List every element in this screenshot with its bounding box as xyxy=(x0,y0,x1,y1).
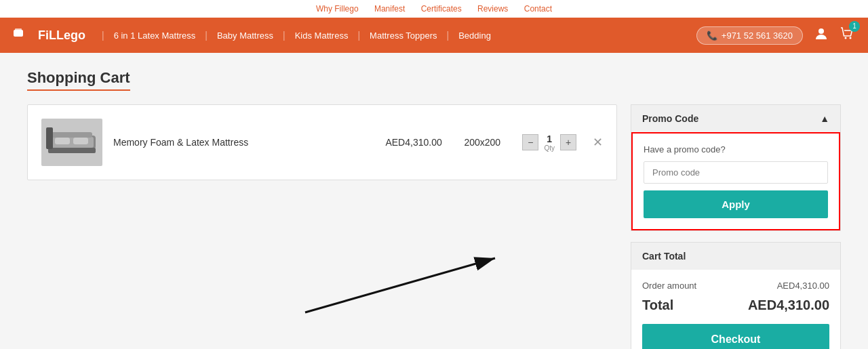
nav-link-kids-mattress[interactable]: Kids Mattress xyxy=(295,30,349,41)
phone-icon: 📞 xyxy=(707,30,717,41)
cart-layout: Memory Foam & Latex Mattress AED4,310.00… xyxy=(27,104,841,349)
product-image xyxy=(41,119,102,166)
page-content: Shopping Cart xyxy=(0,53,868,349)
product-price: AED4,310.00 xyxy=(385,137,453,148)
promo-input[interactable] xyxy=(644,161,828,184)
promo-header: Promo Code ▲ xyxy=(631,105,840,132)
nav-link-bedding[interactable]: Bedding xyxy=(458,30,491,41)
promo-body: Have a promo code? Apply xyxy=(631,132,840,230)
utility-bar: Why Fillego Manifest Certificates Review… xyxy=(0,0,868,18)
svg-rect-8 xyxy=(52,132,92,138)
qty-value: 1 xyxy=(544,134,555,144)
cart-badge: 1 xyxy=(849,21,860,32)
qty-control: − 1 Qty + xyxy=(522,134,576,152)
main-nav: FiLLego | 6 in 1 Latex Mattress | Baby M… xyxy=(0,18,868,53)
svg-rect-9 xyxy=(46,127,53,149)
cart-table: Memory Foam & Latex Mattress AED4,310.00… xyxy=(27,104,617,180)
page-title: Shopping Cart xyxy=(27,69,130,91)
qty-increase-button[interactable]: + xyxy=(560,134,576,150)
svg-rect-11 xyxy=(73,138,88,144)
order-amount-row: Order amount AED4,310.00 xyxy=(642,281,829,291)
utility-link-certificates[interactable]: Certificates xyxy=(421,4,462,14)
promo-title: Promo Code xyxy=(642,113,698,124)
qty-label: Qty xyxy=(544,144,555,152)
nav-links: 6 in 1 Latex Mattress | Baby Mattress | … xyxy=(107,30,696,41)
svg-point-2 xyxy=(818,28,824,34)
nav-divider-1: | xyxy=(102,30,104,41)
total-value: AED4,310.00 xyxy=(748,297,829,313)
utility-link-manifest[interactable]: Manifest xyxy=(374,4,405,14)
order-amount-value: AED4,310.00 xyxy=(777,281,829,291)
qty-box: 1 Qty xyxy=(544,134,555,152)
logo-text: FiLLego xyxy=(38,28,85,43)
product-name: Memory Foam & Latex Mattress xyxy=(113,137,374,148)
svg-rect-1 xyxy=(15,28,22,31)
cart-icon[interactable]: 1 xyxy=(840,26,854,45)
nav-link-baby-mattress[interactable]: Baby Mattress xyxy=(217,30,273,41)
nav-link-latex-mattress[interactable]: 6 in 1 Latex Mattress xyxy=(114,30,196,41)
phone-number: +971 52 561 3620 xyxy=(722,30,793,41)
svg-point-3 xyxy=(845,37,847,39)
remove-item-button[interactable]: ✕ xyxy=(593,135,603,150)
svg-rect-7 xyxy=(48,148,96,153)
svg-rect-10 xyxy=(55,138,70,144)
total-label: Total xyxy=(642,297,673,313)
svg-point-4 xyxy=(850,37,852,39)
promo-collapse-icon[interactable]: ▲ xyxy=(820,113,829,124)
checkout-button[interactable]: Checkout xyxy=(642,324,829,349)
utility-link-reviews[interactable]: Reviews xyxy=(477,4,508,14)
promo-label: Have a promo code? xyxy=(644,144,828,155)
utility-link-why-fillego[interactable]: Why Fillego xyxy=(316,4,359,14)
utility-link-contact[interactable]: Contact xyxy=(524,4,552,14)
cart-total-header: Cart Total xyxy=(631,243,840,270)
order-amount-label: Order amount xyxy=(642,281,696,291)
nav-right: 📞 +971 52 561 3620 1 xyxy=(696,26,854,45)
qty-decrease-button[interactable]: − xyxy=(522,134,538,150)
product-size: 200x200 xyxy=(464,137,511,148)
promo-section: Promo Code ▲ Have a promo code? Apply xyxy=(631,104,841,231)
cart-total-section: Cart Total Order amount AED4,310.00 Tota… xyxy=(631,242,841,349)
apply-button[interactable]: Apply xyxy=(644,190,828,218)
phone-button[interactable]: 📞 +971 52 561 3620 xyxy=(696,26,803,45)
cart-sidebar: Promo Code ▲ Have a promo code? Apply Ca… xyxy=(631,104,841,349)
cart-item: Memory Foam & Latex Mattress AED4,310.00… xyxy=(41,119,603,166)
total-row: Total AED4,310.00 xyxy=(642,297,829,313)
nav-link-mattress-toppers[interactable]: Mattress Toppers xyxy=(370,30,437,41)
logo[interactable]: FiLLego xyxy=(14,27,85,43)
user-icon[interactable] xyxy=(814,26,829,45)
